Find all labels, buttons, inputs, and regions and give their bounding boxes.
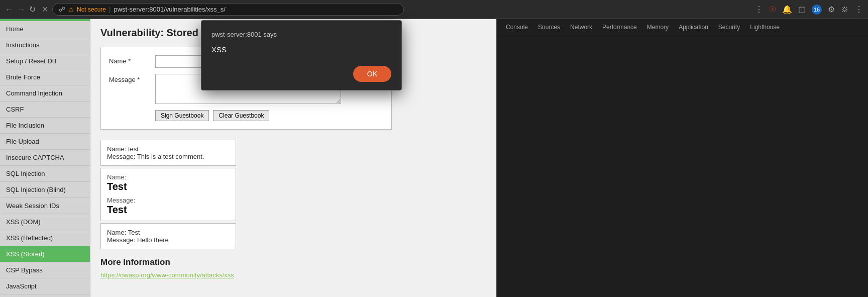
profile-icon[interactable]: 16 bbox=[812, 5, 822, 15]
name-label: Name * bbox=[109, 55, 149, 65]
forward-icon[interactable]: → bbox=[17, 5, 25, 14]
main-layout: HomeInstructionsSetup / Reset DBBrute Fo… bbox=[0, 19, 868, 297]
devtools-tab-performance[interactable]: Performance bbox=[597, 21, 642, 34]
devtools-tabs: ConsoleSourcesNetworkPerformanceMemoryAp… bbox=[501, 21, 785, 34]
sidebar-item-file-inclusion[interactable]: File Inclusion bbox=[0, 118, 90, 134]
entry-2-msg-value: Test bbox=[107, 204, 230, 216]
extensions-icon[interactable]: ◫ bbox=[798, 5, 806, 14]
entry-2-name-label: Name: bbox=[107, 173, 230, 181]
settings-icon[interactable]: ⚙ bbox=[828, 5, 835, 14]
sidebar-item-insecure-captcha[interactable]: Insecure CAPTCHA bbox=[0, 150, 90, 166]
entry-2-name-value: Test bbox=[107, 181, 230, 192]
entry-3-message: Message: Hello there bbox=[107, 236, 230, 244]
guestbook-entry-1: Name: test Message: This is a test comme… bbox=[100, 140, 236, 166]
sign-guestbook-button[interactable]: Sign Guestbook bbox=[155, 110, 209, 121]
sidebar-item-xss--dom-[interactable]: XSS (DOM) bbox=[0, 214, 90, 230]
sidebar-item-csp-bypass[interactable]: CSP Bypass bbox=[0, 262, 90, 278]
more-info-link[interactable]: https://owasp.org/www-community/attacks/… bbox=[100, 271, 234, 279]
clear-guestbook-button[interactable]: Clear Guestbook bbox=[213, 110, 269, 121]
sidebar-item-sql-injection--blind-[interactable]: SQL Injection (Blind) bbox=[0, 182, 90, 198]
not-secure-text: Not secure bbox=[77, 6, 106, 13]
sidebar-item-xss--stored-[interactable]: XSS (Stored) bbox=[0, 246, 90, 262]
dialog-ok-button[interactable]: OK bbox=[353, 66, 391, 82]
sidebar-item-brute-force[interactable]: Brute Force bbox=[0, 69, 90, 85]
form-buttons: Sign Guestbook Clear Guestbook bbox=[109, 110, 383, 121]
puzzle-icon[interactable]: ⛭ bbox=[841, 5, 849, 14]
guestbook-entry-3: Name: Test Message: Hello there bbox=[100, 223, 236, 249]
sidebar: HomeInstructionsSetup / Reset DBBrute Fo… bbox=[0, 19, 90, 297]
sidebar-item-javascript[interactable]: JavaScript bbox=[0, 278, 90, 294]
sidebar-item-command-injection[interactable]: Command Injection bbox=[0, 85, 90, 102]
sidebar-item-sql-injection[interactable]: SQL Injection bbox=[0, 166, 90, 182]
back-icon[interactable]: ← bbox=[5, 5, 13, 14]
sidebar-nav: HomeInstructionsSetup / Reset DBBrute Fo… bbox=[0, 21, 90, 294]
nav-icons: ⋮ ☉ 🔔 ◫ 16 ⚙ ⛭ ⋮ bbox=[755, 5, 863, 15]
devtools-tab-console[interactable]: Console bbox=[501, 21, 533, 34]
shield-icon[interactable]: ☉ bbox=[769, 5, 776, 14]
more-info-title: More Information bbox=[100, 257, 486, 267]
entry-3-name: Name: Test bbox=[107, 229, 230, 236]
more-icon[interactable]: ⋮ bbox=[855, 5, 863, 14]
bookmark-icon: ☍ bbox=[59, 6, 65, 13]
entry-2-msg-label: Message: bbox=[107, 196, 230, 204]
sidebar-item-weak-session-ids[interactable]: Weak Session IDs bbox=[0, 198, 90, 214]
address-bar[interactable]: ☍ ⚠ Not secure | pwst-server:8001/vulner… bbox=[52, 3, 404, 16]
security-warning-icon: ⚠ bbox=[68, 6, 74, 13]
entry-1-name: Name: test bbox=[107, 145, 230, 153]
devtools-tab-sources[interactable]: Sources bbox=[533, 21, 565, 34]
share-icon[interactable]: ⋮ bbox=[755, 5, 763, 14]
devtools-tab-application[interactable]: Application bbox=[674, 21, 713, 34]
devtools-tab-memory[interactable]: Memory bbox=[642, 21, 674, 34]
entry-1-message: Message: This is a test comment. bbox=[107, 153, 230, 160]
sidebar-item-setup---reset-db[interactable]: Setup / Reset DB bbox=[0, 53, 90, 69]
sidebar-item-home[interactable]: Home bbox=[0, 21, 90, 37]
sidebar-item-file-upload[interactable]: File Upload bbox=[0, 134, 90, 150]
sidebar-item-csrf[interactable]: CSRF bbox=[0, 102, 90, 118]
dialog-message: XSS bbox=[211, 45, 391, 54]
sidebar-item-xss--reflected-[interactable]: XSS (Reflected) bbox=[0, 230, 90, 246]
devtools-tab-security[interactable]: Security bbox=[713, 21, 745, 34]
devtools-tab-network[interactable]: Network bbox=[565, 21, 597, 34]
devtools-tab-lighthouse[interactable]: Lighthouse bbox=[745, 21, 785, 34]
notification-icon[interactable]: 🔔 bbox=[782, 5, 792, 14]
url-text: pwst-server:8001/vulnerabilities/xss_s/ bbox=[114, 6, 226, 13]
guestbook-entry-2: Name: Test Message: Test bbox=[100, 168, 236, 221]
reload-icon[interactable]: ↻ bbox=[29, 5, 36, 14]
devtools-tab-bar: ConsoleSourcesNetworkPerformanceMemoryAp… bbox=[497, 19, 868, 35]
close-tab-icon[interactable]: ✕ bbox=[42, 5, 48, 14]
devtools-panel: ConsoleSourcesNetworkPerformanceMemoryAp… bbox=[496, 19, 868, 297]
alert-dialog: pwst-server:8001 says XSS OK bbox=[201, 20, 402, 90]
address-bar-row: ← → ↻ ✕ ☍ ⚠ Not secure | pwst-server:800… bbox=[0, 0, 868, 19]
message-label: Message * bbox=[109, 74, 149, 83]
dialog-title: pwst-server:8001 says bbox=[211, 31, 391, 38]
sidebar-item-instructions[interactable]: Instructions bbox=[0, 37, 90, 53]
